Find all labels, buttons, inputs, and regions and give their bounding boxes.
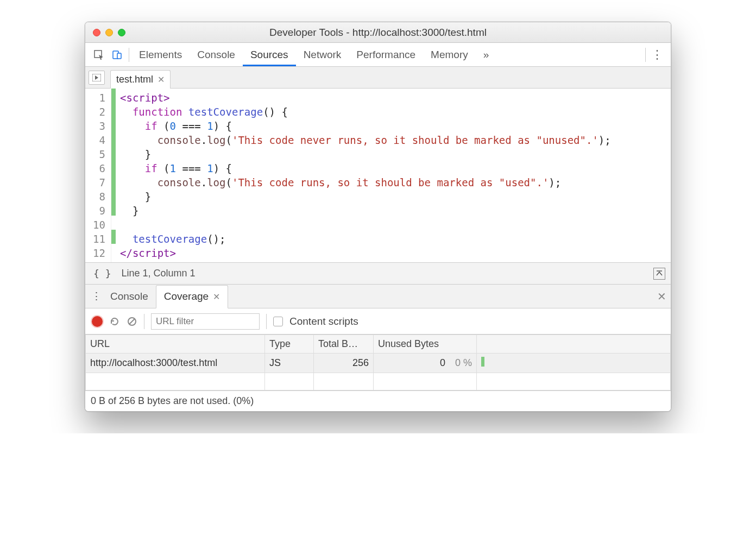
reload-icon[interactable] xyxy=(109,316,120,327)
content-scripts-label: Content scripts xyxy=(289,316,358,327)
clear-icon[interactable] xyxy=(127,316,137,327)
collapse-drawer-icon[interactable] xyxy=(653,268,665,280)
content-scripts-checkbox[interactable] xyxy=(273,317,283,326)
coverage-summary: 0 B of 256 B bytes are not used. (0%) xyxy=(85,390,671,411)
drawer-tabbar: ⋮ Console Coverage ✕ ✕ xyxy=(85,285,671,308)
editor-status-bar: { } Line 1, Column 1 xyxy=(85,262,671,284)
divider xyxy=(645,48,646,62)
tab-elements[interactable]: Elements xyxy=(131,43,190,66)
tab-network[interactable]: Network xyxy=(296,43,349,66)
tab-console[interactable]: Console xyxy=(190,43,243,66)
record-button[interactable] xyxy=(92,316,103,327)
cell-type: JS xyxy=(265,354,314,373)
close-icon[interactable]: ✕ xyxy=(213,292,220,302)
close-icon[interactable]: ✕ xyxy=(158,74,165,85)
drawer: ⋮ Console Coverage ✕ ✕ Content scripts xyxy=(85,284,671,411)
divider xyxy=(144,314,144,329)
cursor-position: Line 1, Column 1 xyxy=(122,268,196,279)
close-drawer-icon[interactable]: ✕ xyxy=(657,290,666,303)
unused-value: 0 xyxy=(440,357,445,369)
window-title: Developer Tools - http://localhost:3000/… xyxy=(85,27,671,39)
table-row xyxy=(86,373,671,390)
code-body[interactable]: <script> function testCoverage() { if (0… xyxy=(116,89,611,262)
drawer-menu-icon[interactable]: ⋮ xyxy=(90,290,103,302)
devtools-window: Developer Tools - http://localhost:3000/… xyxy=(85,22,671,412)
table-row[interactable]: http://localhost:3000/test.html JS 256 0… xyxy=(86,354,671,373)
svg-line-6 xyxy=(129,319,135,324)
tab-performance[interactable]: Performance xyxy=(349,43,423,66)
coverage-table: URL Type Total B… Unused Bytes http://lo… xyxy=(85,335,671,390)
device-toolbar-icon[interactable] xyxy=(108,49,127,60)
drawer-tab-coverage[interactable]: Coverage ✕ xyxy=(156,285,228,308)
col-unused[interactable]: Unused Bytes xyxy=(374,335,477,354)
code-editor[interactable]: 123456789101112 <script> function testCo… xyxy=(85,89,671,262)
tab-memory[interactable]: Memory xyxy=(423,43,476,66)
pretty-print-icon[interactable]: { } xyxy=(91,266,114,281)
col-type[interactable]: Type xyxy=(265,335,314,354)
drawer-tab-label: Coverage xyxy=(164,291,209,302)
tab-sources[interactable]: Sources xyxy=(243,43,296,66)
cell-total: 256 xyxy=(314,354,374,373)
unused-pct: 0 % xyxy=(455,357,472,369)
url-filter-input[interactable] xyxy=(151,313,260,330)
titlebar: Developer Tools - http://localhost:3000/… xyxy=(85,22,671,43)
line-gutter: 123456789101112 xyxy=(85,89,111,262)
cell-bar xyxy=(477,354,671,373)
file-tab-row: test.html ✕ xyxy=(85,67,671,89)
panel-tabbar: Elements Console Sources Network Perform… xyxy=(85,43,671,67)
col-bar xyxy=(477,335,671,354)
divider xyxy=(266,314,267,329)
usage-bar-icon xyxy=(481,357,484,367)
cell-unused: 0 0 % xyxy=(374,354,477,373)
coverage-gutter xyxy=(111,89,116,262)
navigator-toggle-icon[interactable] xyxy=(89,71,105,85)
cell-url: http://localhost:3000/test.html xyxy=(86,354,265,373)
col-url[interactable]: URL xyxy=(86,335,265,354)
svg-rect-2 xyxy=(117,53,121,59)
drawer-tab-console[interactable]: Console xyxy=(103,285,156,308)
file-tab-active[interactable]: test.html ✕ xyxy=(110,70,171,89)
tabs-overflow[interactable]: » xyxy=(476,43,497,66)
coverage-toolbar: Content scripts xyxy=(85,308,671,335)
settings-menu-icon[interactable]: ⋮ xyxy=(648,48,666,62)
divider xyxy=(129,48,129,62)
inspect-element-icon[interactable] xyxy=(90,49,108,60)
table-header-row: URL Type Total B… Unused Bytes xyxy=(86,335,671,354)
file-tab-label: test.html xyxy=(116,74,153,85)
col-total[interactable]: Total B… xyxy=(314,335,374,354)
